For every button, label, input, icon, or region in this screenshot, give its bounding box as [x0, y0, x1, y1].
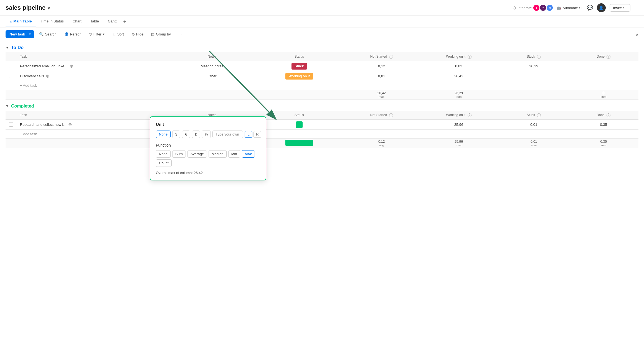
unit-right-button[interactable]: R: [253, 131, 262, 138]
notes-cell: Other: [170, 71, 254, 81]
chat-icon[interactable]: 💬: [587, 5, 593, 11]
more-options-icon[interactable]: ···: [634, 5, 638, 11]
hide-icon: ⊘: [132, 32, 135, 36]
top-header: sales pipeline ∨ ⬡ Integrate ● ✦ M 🤖 Aut…: [0, 0, 644, 16]
status-col-header: Status: [254, 111, 344, 120]
status-cell[interactable]: Working on it: [254, 71, 344, 81]
unit-none-button[interactable]: None: [156, 131, 171, 138]
status-badge: Stuck: [291, 63, 307, 70]
completed-section-title: Completed: [11, 104, 34, 109]
add-tab-button[interactable]: +: [121, 16, 128, 27]
not-started-info-icon[interactable]: i: [389, 55, 393, 59]
add-task-row[interactable]: + Add task: [6, 81, 638, 90]
tab-gantt[interactable]: Gantt: [103, 16, 121, 27]
completed-table-header-row: Task Notes Status Not Started i Working …: [6, 111, 638, 120]
filter-button[interactable]: ▽ Filter ▾: [87, 30, 107, 38]
gmail-icon: M: [547, 5, 553, 11]
add-subtask-icon[interactable]: ⊕: [46, 73, 49, 79]
checkbox-header: [6, 52, 17, 61]
working-info-icon[interactable]: i: [468, 113, 471, 117]
status-badge: [296, 121, 303, 128]
new-task-button[interactable]: New task ▾: [6, 30, 34, 38]
working-info-icon[interactable]: i: [468, 55, 471, 59]
done-summary: 0sum: [569, 90, 638, 100]
unit-euro-button[interactable]: €: [182, 131, 190, 138]
todo-table: Task Notes Status Not Started i Working …: [6, 52, 638, 100]
person-button[interactable]: 👤 Person: [62, 30, 84, 38]
task-col-header: Task: [17, 52, 170, 61]
home-icon: ⌂: [10, 19, 12, 23]
table-row: Personalized email or Linke… ⊕ Meeting n…: [6, 61, 638, 71]
add-task-label[interactable]: + Add task: [17, 81, 638, 90]
add-task-label[interactable]: + Add task: [17, 130, 638, 139]
task-text: Discovery calls: [20, 74, 44, 78]
done-info-icon[interactable]: i: [607, 113, 610, 117]
status-cell[interactable]: Stuck: [254, 61, 344, 71]
working-summary: 26,29sum: [419, 90, 499, 100]
status-cell[interactable]: [254, 120, 344, 130]
task-text: Research and collect new l…: [20, 122, 67, 127]
done-summary: 0,35sum: [569, 139, 638, 148]
status-col-header: Status: [254, 52, 344, 61]
tab-chart[interactable]: Chart: [68, 16, 86, 27]
popup-box: Unit None $ € £ % L R Function None Sum …: [150, 116, 266, 148]
more-toolbar-button[interactable]: ···: [176, 30, 184, 38]
person-icon: 👤: [64, 32, 69, 36]
stuck-summary: 0,01sum: [499, 139, 569, 148]
add-subtask-icon[interactable]: ⊕: [70, 63, 73, 69]
invite-button[interactable]: Invite / 1: [610, 4, 630, 12]
header-right: ⬡ Integrate ● ✦ M 🤖 Automate / 1 💬 👤 Inv…: [513, 3, 638, 12]
integrate-button[interactable]: ⬡ Integrate ● ✦ M: [513, 5, 553, 11]
sort-button[interactable]: ↑↓ Sort: [110, 30, 127, 38]
working-on-it-col-header: Working on it i: [419, 52, 499, 61]
search-button[interactable]: 🔍 Search: [36, 30, 59, 38]
add-subtask-icon[interactable]: ⊕: [68, 122, 72, 127]
table-row: Research and collect new l… ⊕ Action i… …: [6, 120, 638, 130]
group-by-button[interactable]: ▤ Group by: [148, 30, 173, 38]
working-on-it-col-header: Working on it i: [419, 111, 499, 120]
unit-pound-button[interactable]: £: [192, 131, 200, 138]
app-title-container: sales pipeline ∨: [6, 4, 50, 11]
todo-table-container: Task Notes Status Not Started i Working …: [0, 52, 644, 100]
collapse-toolbar-button[interactable]: ∧: [636, 32, 638, 37]
not-started-info-icon[interactable]: i: [389, 113, 393, 117]
tab-table[interactable]: Table: [86, 16, 103, 27]
row-checkbox[interactable]: [9, 64, 13, 68]
avatar[interactable]: 👤: [597, 3, 606, 12]
title-chevron[interactable]: ∨: [47, 5, 50, 11]
unit-dollar-button[interactable]: $: [172, 131, 180, 138]
task-name-cell: Discovery calls ⊕: [17, 71, 170, 81]
unit-custom-input[interactable]: [212, 131, 243, 138]
completed-section-header: ▼ Completed: [0, 100, 644, 111]
tab-time-in-status[interactable]: Time In Status: [36, 16, 68, 27]
green-bar-cell: [254, 139, 344, 148]
stuck-info-icon[interactable]: i: [537, 55, 541, 59]
not-started-col-header: Not Started i: [344, 111, 419, 120]
done-info-icon[interactable]: i: [607, 55, 610, 59]
stuck-col-header: Stuck i: [499, 52, 569, 61]
new-task-chevron-icon: ▾: [27, 32, 31, 36]
not-started-summary: 26,42max: [344, 90, 419, 100]
hide-button[interactable]: ⊘ Hide: [129, 30, 146, 38]
link-icon: ⬡: [513, 6, 516, 10]
completed-chevron-icon[interactable]: ▼: [6, 104, 9, 108]
monday-icon: ●: [533, 5, 539, 11]
working-summary: 25,96max: [419, 139, 499, 148]
completed-table: Task Notes Status Not Started i Working …: [6, 111, 638, 148]
row-checkbox[interactable]: [9, 122, 13, 127]
todo-summary-row: 26,42max 26,29sum 0sum: [6, 90, 638, 100]
row-checkbox[interactable]: [9, 74, 13, 78]
todo-chevron-icon[interactable]: ▼: [6, 46, 9, 50]
unit-left-button[interactable]: L: [245, 131, 252, 138]
todo-section-header: ▼ To-Do: [0, 41, 644, 52]
group-by-icon: ▤: [151, 32, 154, 36]
not-started-summary: 0,12avg: [344, 139, 419, 148]
popup-unit-title: Unit: [156, 122, 260, 127]
automate-button[interactable]: 🤖 Automate / 1: [557, 6, 583, 10]
sort-icon: ↑↓: [112, 32, 116, 36]
add-task-row[interactable]: + Add task: [6, 130, 638, 139]
stuck-col-header: Stuck i: [499, 111, 569, 120]
unit-percent-button[interactable]: %: [202, 131, 211, 138]
stuck-info-icon[interactable]: i: [537, 113, 541, 117]
tab-main-table[interactable]: ⌂ Main Table: [6, 16, 36, 27]
